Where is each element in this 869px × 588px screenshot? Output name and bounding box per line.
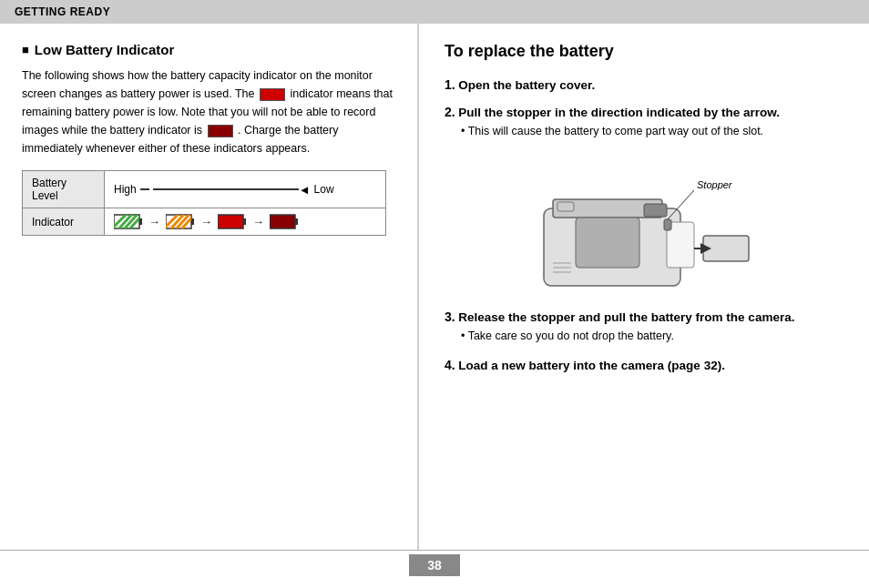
battery-full-icon: [114, 214, 143, 229]
svg-rect-16: [270, 215, 295, 228]
step-2-bullet: This will cause the battery to come part…: [461, 123, 843, 140]
indicator-label: Indicator: [23, 208, 105, 236]
step-4-number: 4.: [445, 358, 455, 372]
battery-level-scale: High ◄ Low: [105, 171, 386, 208]
step-1: 1. Open the battery cover.: [445, 77, 843, 92]
svg-rect-24: [664, 219, 671, 230]
step-1-number: 1.: [445, 77, 455, 92]
indicator-icons: → →: [105, 208, 386, 236]
body-text: The following shows how the battery capa…: [22, 66, 395, 157]
svg-rect-17: [295, 218, 298, 225]
step-2-number: 2.: [445, 105, 455, 119]
inline-dark-indicator: [208, 125, 233, 137]
step-4: 4. Load a new battery into the camera (p…: [445, 358, 843, 372]
right-column: To replace the battery 1. Open the batte…: [419, 24, 869, 550]
battery-level-row: Battery Level High ◄ Low: [23, 171, 386, 208]
page-body: Low Battery Indicator The following show…: [0, 24, 869, 550]
high-label: High: [114, 183, 137, 196]
step-3: 3. Release the stopper and pull the batt…: [445, 309, 843, 345]
svg-rect-15: [243, 218, 246, 225]
step-1-text: Open the battery cover.: [458, 78, 595, 92]
replace-title: To replace the battery: [445, 42, 843, 61]
step-3-bullet: Take care so you do not drop the battery…: [461, 328, 843, 345]
step-2-text: Pull the stopper in the direction indica…: [458, 106, 780, 119]
battery-table: Battery Level High ◄ Low Indicator: [22, 170, 386, 236]
svg-rect-20: [576, 218, 639, 268]
battery-low-icon: [218, 214, 247, 229]
step-3-text: Release the stopper and pull the battery…: [458, 310, 794, 324]
indicator-row: Indicator: [23, 208, 386, 236]
svg-rect-22: [703, 236, 749, 261]
page-number: 38: [409, 554, 460, 576]
page-footer: 38: [0, 550, 869, 579]
left-column: Low Battery Indicator The following show…: [0, 24, 419, 550]
svg-rect-30: [644, 204, 667, 217]
svg-rect-1: [139, 218, 142, 225]
battery-level-label: Battery Level: [23, 171, 105, 208]
svg-rect-8: [191, 218, 194, 225]
inline-red-indicator: [260, 88, 285, 101]
battery-empty-icon: [270, 214, 299, 229]
svg-rect-31: [557, 202, 574, 211]
svg-text:Stopper: Stopper: [697, 179, 733, 190]
page-header: GETTING READY: [0, 0, 869, 24]
illustration-area: Stopper: [445, 149, 843, 295]
step-3-number: 3.: [445, 309, 455, 324]
svg-rect-14: [218, 215, 243, 228]
step-4-text: Load a new battery into the camera (page…: [458, 359, 725, 372]
section-title: Low Battery Indicator: [22, 42, 395, 57]
battery-half-icon: [166, 214, 195, 229]
low-label: Low: [314, 183, 334, 196]
header-title: GETTING READY: [15, 5, 110, 18]
step-2: 2. Pull the stopper in the direction ind…: [445, 105, 843, 295]
camera-illustration: Stopper: [526, 154, 762, 290]
